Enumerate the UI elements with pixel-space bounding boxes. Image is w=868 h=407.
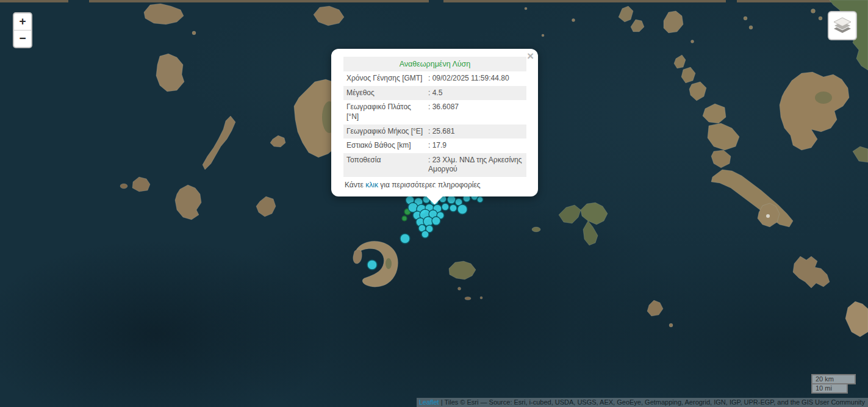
scale-km: 20 km	[811, 374, 856, 384]
row-value: : 25.681	[425, 127, 523, 137]
attribution-text: Tiles © Esri — Source: Esri, i-cubed, US…	[444, 398, 865, 406]
table-row: Τοποθεσία : 23 Χλμ. ΝΝΔ της Αρκεσίνης Αμ…	[343, 153, 526, 177]
scale-control: 20 km 10 mi	[811, 374, 856, 394]
footer-text: για περισσότερες πληροφορίες	[378, 181, 481, 189]
earthquake-marker[interactable]	[450, 204, 457, 212]
zoom-out-button[interactable]: −	[14, 31, 31, 47]
leaflet-link[interactable]: Leaflet	[419, 398, 439, 406]
row-label: Γεωγραφικό Πλάτος [°N]	[346, 103, 425, 121]
earthquake-marker[interactable]	[402, 216, 407, 221]
row-value: : 4.5	[425, 88, 523, 98]
layers-icon	[832, 16, 853, 35]
earthquake-marker[interactable]	[400, 234, 410, 243]
map-container[interactable]: + − × Αναθεωρημένη Λύση Χρόνος Γένησης […	[0, 0, 868, 407]
popup-close-button[interactable]: ×	[527, 50, 534, 62]
popup-content: × Αναθεωρημένη Λύση Χρόνος Γένησης [GMT]…	[331, 49, 538, 196]
popup-title: Αναθεωρημένη Λύση	[343, 57, 526, 71]
footer-text: Κάντε	[345, 181, 365, 189]
scale-mi: 10 mi	[811, 384, 848, 394]
earthquake-table: Αναθεωρημένη Λύση Χρόνος Γένησης [GMT] :…	[343, 57, 526, 177]
layers-control-button[interactable]	[828, 11, 857, 40]
row-value: : 23 Χλμ. ΝΝΔ της Αρκεσίνης Αμοργού	[425, 156, 523, 175]
earthquake-popup: × Αναθεωρημένη Λύση Χρόνος Γένησης [GMT]…	[331, 49, 538, 196]
earthquake-marker[interactable]	[457, 204, 467, 214]
earthquake-marker[interactable]	[432, 217, 440, 225]
table-row: Εστιακό Βάθος [km] : 17.9	[343, 139, 526, 153]
row-label: Χρόνος Γένησης [GMT]	[346, 74, 425, 84]
zoom-in-button[interactable]: +	[14, 13, 31, 31]
row-label: Τοποθεσία	[346, 156, 425, 175]
zoom-control: + −	[13, 12, 32, 48]
earthquake-marker[interactable]	[442, 203, 449, 211]
earthquake-marker[interactable]	[421, 231, 429, 238]
row-value: : 36.6087	[425, 103, 523, 121]
row-value: : 09/02/2025 11:59:44.80	[425, 74, 523, 84]
table-row: Μέγεθος : 4.5	[343, 86, 526, 101]
earthquake-marker[interactable]	[447, 195, 456, 204]
more-info-link[interactable]: κλικ	[365, 181, 378, 189]
row-label: Εστιακό Βάθος [km]	[346, 141, 425, 151]
row-label: Μέγεθος	[346, 88, 425, 98]
row-label: Γεωγραφικό Μήκος [°E]	[346, 127, 425, 137]
earthquake-marker[interactable]	[477, 196, 483, 203]
table-row: Γεωγραφικό Πλάτος [°N] : 36.6087	[343, 100, 526, 124]
row-value: : 17.9	[425, 141, 523, 151]
table-row: Χρόνος Γένησης [GMT] : 09/02/2025 11:59:…	[343, 71, 526, 86]
earthquake-marker[interactable]	[367, 260, 377, 270]
table-row: Γεωγραφικό Μήκος [°E] : 25.681	[343, 124, 526, 139]
attribution-bar: Leaflet | Tiles © Esri — Source: Esri, i…	[417, 398, 868, 407]
